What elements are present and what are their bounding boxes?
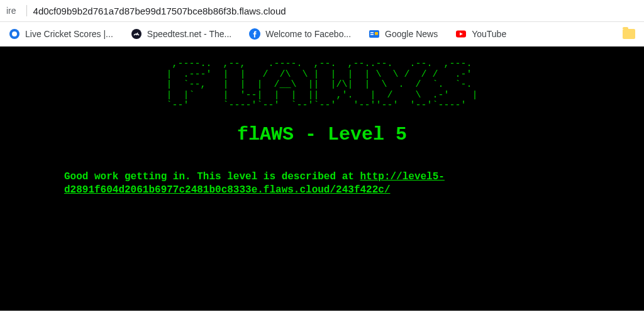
- bookmarks-folder-icon[interactable]: [623, 29, 635, 39]
- svg-point-1: [12, 31, 17, 36]
- bookmark-label: Speedtest.net - The...: [147, 29, 231, 39]
- bookmark-label: Google News: [385, 29, 438, 39]
- flaws-ascii-logo: ,----.. ,--, .----. ,--. ,--..--. .--. ,…: [166, 59, 477, 111]
- bookmarks-bar: Live Cricket Scores |... Speedtest.net -…: [0, 22, 644, 47]
- bookmark-youtube[interactable]: YouTube: [455, 28, 506, 40]
- svg-rect-7: [370, 34, 374, 35]
- secure-label: ire: [6, 6, 16, 16]
- bookmark-label: Welcome to Facebo...: [265, 29, 351, 39]
- description-text: Good work getting in. This level is desc…: [64, 171, 360, 182]
- bookmark-label: YouTube: [472, 29, 506, 39]
- youtube-icon: [455, 28, 467, 40]
- cricket-icon: [9, 28, 20, 40]
- facebook-icon: [249, 28, 260, 40]
- speedtest-icon: [131, 28, 142, 40]
- url-text[interactable]: 4d0cf09b9b2d761a7d87be99d17507bce8b86f3b…: [33, 6, 286, 16]
- divider: [26, 5, 27, 16]
- level-heading: flAWS - Level 5: [237, 124, 407, 145]
- bookmark-cricket[interactable]: Live Cricket Scores |...: [9, 28, 113, 40]
- page-content: ,----.. ,--, .----. ,--. ,--..--. .--. ,…: [0, 47, 644, 311]
- svg-rect-6: [370, 32, 374, 33]
- bookmark-speedtest[interactable]: Speedtest.net - The...: [131, 28, 231, 40]
- bookmark-googlenews[interactable]: Google News: [369, 28, 438, 40]
- level-description: Good work getting in. This level is desc…: [45, 170, 599, 197]
- bookmark-label: Live Cricket Scores |...: [25, 29, 113, 39]
- googlenews-icon: [369, 28, 380, 40]
- bookmark-facebook[interactable]: Welcome to Facebo...: [249, 28, 351, 40]
- address-bar[interactable]: ire 4d0cf09b9b2d761a7d87be99d17507bce8b8…: [0, 0, 644, 22]
- svg-rect-8: [375, 32, 378, 35]
